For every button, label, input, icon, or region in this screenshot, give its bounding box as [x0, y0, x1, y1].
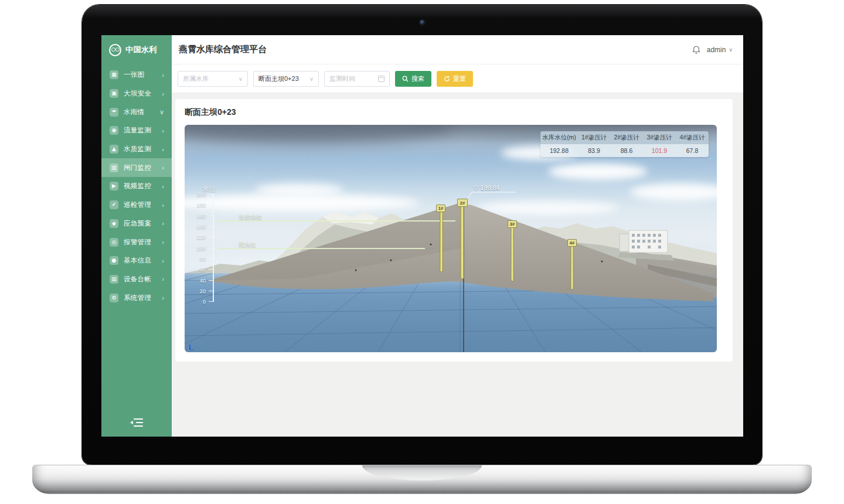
monitor-time-input[interactable]: 监测时间 — [324, 71, 390, 87]
crest-elevation-annotation: ▽ 199.84 — [474, 184, 499, 191]
scene-axis-gizmo — [189, 345, 193, 350]
username: admin — [707, 46, 726, 54]
user-menu[interactable]: admin ∨ — [707, 46, 733, 54]
sidebar-item-system-mgmt[interactable]: ⚙ 系统管理 › — [101, 288, 172, 307]
webcam-dot — [420, 20, 425, 25]
water-quality-icon: ▲ — [110, 145, 118, 154]
table-header-row: 水库水位(m) 1#渗压计 2#渗压计 3#渗压计 4#渗压计 — [540, 131, 709, 144]
notification-bell-icon[interactable] — [692, 45, 701, 55]
panel-title: 断面主坝0+23 — [185, 107, 723, 118]
ledger-icon: ▤ — [110, 275, 118, 284]
sidebar-item-dam-safety[interactable]: ▣ 大坝安全 › — [101, 84, 172, 103]
sidebar-item-flow-monitor[interactable]: ◉ 流量监测 › — [101, 121, 172, 140]
brand-name: 中国水利 — [125, 45, 157, 55]
video-monitor-icon: ▶ — [110, 182, 118, 190]
brand: 中国水利 — [101, 35, 172, 64]
sidebar-item-water-rain[interactable]: ☂ 水雨情 ∨ — [101, 103, 172, 121]
app-window: 中国水利 ▦ 一张图 › ▣ 大坝安全 › ☂ 水雨情 ∨ — [101, 35, 743, 437]
chevron-right-icon: › — [162, 220, 164, 227]
piezometer-3-tag[interactable]: 3# — [508, 220, 517, 228]
reservoir-select[interactable]: 所属水库 ∨ — [178, 71, 248, 87]
dam-3d-viewport[interactable]: 水位 200 180 160 140 120 100 80 60 40 20 0 — [185, 125, 717, 352]
chevron-right-icon: › — [162, 146, 164, 153]
chevron-down-icon: ∨ — [159, 108, 164, 116]
piezometer-4-bar — [571, 247, 573, 289]
one-map-icon: ▦ — [110, 70, 118, 79]
crest-leader-line — [464, 192, 516, 205]
alarm-icon: ◎ — [110, 238, 118, 247]
main-area: 燕霄水库综合管理平台 admin ∨ 所属水库 ∨ 断面主 — [172, 35, 743, 437]
chevron-right-icon: › — [162, 183, 164, 190]
piezometer-1-tag[interactable]: 1# — [436, 205, 445, 212]
piezometer-2-tag[interactable]: 2# — [457, 199, 468, 207]
sidebar-item-basic-info[interactable]: ● 基本信息 › — [101, 251, 172, 270]
alert-value: 101.9 — [643, 144, 676, 157]
chevron-right-icon: › — [162, 257, 164, 264]
building — [618, 230, 675, 261]
laptop-base — [32, 465, 812, 494]
top-header: 燕霄水库综合管理平台 admin ∨ — [172, 35, 743, 64]
dead-level-line — [218, 248, 425, 249]
sidebar-item-alarm-mgmt[interactable]: ◎ 报警管理 › — [101, 233, 172, 251]
current-level-line — [218, 220, 455, 222]
piezometer-readings-table: 水库水位(m) 1#渗压计 2#渗压计 3#渗压计 4#渗压计 192.88 8… — [540, 131, 709, 157]
sidebar-item-equipment-ledger[interactable]: ▤ 设备台帐 › — [101, 270, 172, 289]
page-title: 燕霄水库综合管理平台 — [179, 44, 692, 55]
chevron-down-icon: ∨ — [239, 76, 243, 82]
settings-gear-icon: ⚙ — [110, 294, 118, 302]
water-rain-icon: ☂ — [110, 108, 118, 117]
chevron-right-icon: › — [162, 90, 164, 97]
terrain-layers — [185, 125, 717, 352]
filter-bar: 所属水库 ∨ 断面主坝0+23 ∨ 监测时间 搜索 重置 — [172, 64, 743, 93]
table-value-row: 192.88 83.9 88.6 101.9 67.8 — [540, 144, 709, 157]
search-icon — [402, 76, 409, 82]
sidebar-nav: ▦ 一张图 › ▣ 大坝安全 › ☂ 水雨情 ∨ ◉ 流量监测 › — [101, 66, 172, 307]
search-button[interactable]: 搜索 — [395, 71, 431, 87]
brand-logo-icon — [109, 44, 121, 56]
refresh-icon — [444, 76, 450, 82]
reset-button[interactable]: 重置 — [437, 71, 473, 87]
sidebar-item-video-monitor[interactable]: ▶ 视频监控 › — [101, 177, 172, 196]
chevron-right-icon: › — [162, 275, 164, 282]
piezometer-1-bar — [440, 212, 443, 271]
sidebar-item-water-quality[interactable]: ▲ 水质监测 › — [101, 140, 172, 159]
flow-monitor-icon: ◉ — [110, 126, 118, 135]
info-icon: ● — [110, 256, 118, 265]
calendar-icon — [378, 76, 384, 82]
chevron-right-icon: › — [162, 127, 164, 134]
collapse-sidebar-icon[interactable] — [130, 418, 143, 427]
chevron-right-icon: › — [162, 164, 164, 171]
laptop-screen-bezel: 中国水利 ▦ 一张图 › ▣ 大坝安全 › ☂ 水雨情 ∨ — [82, 5, 762, 465]
piezometer-3-bar — [511, 228, 513, 281]
piezometer-4-tag[interactable]: 4# — [567, 239, 577, 247]
chevron-right-icon: › — [162, 71, 164, 79]
laptop-thumb-notch — [362, 465, 482, 481]
section-select[interactable]: 断面主坝0+23 ∨ — [253, 71, 319, 87]
chevron-down-icon: ∨ — [729, 47, 733, 53]
chevron-down-icon: ∨ — [309, 76, 314, 82]
sidebar: 中国水利 ▦ 一张图 › ▣ 大坝安全 › ☂ 水雨情 ∨ — [101, 35, 172, 437]
chevron-right-icon: › — [162, 202, 164, 209]
chevron-right-icon: › — [162, 294, 164, 301]
section-panel: 断面主坝0+23 — [175, 99, 733, 362]
dam-safety-icon: ▣ — [110, 89, 118, 98]
sidebar-item-inspection[interactable]: ✔ 巡检管理 › — [101, 196, 172, 214]
sidebar-item-emergency-plan[interactable]: ◆ 应急预案 › — [101, 214, 172, 233]
triangle-down-icon: ▽ — [474, 184, 478, 191]
gate-monitor-icon: ▥ — [110, 164, 118, 172]
emergency-plan-icon: ◆ — [110, 219, 118, 228]
sidebar-item-gate-monitor[interactable]: ▥ 闸门监控 › — [101, 158, 172, 177]
chevron-right-icon: › — [162, 239, 164, 246]
sidebar-item-one-map[interactable]: ▦ 一张图 › — [101, 66, 172, 84]
inspection-icon: ✔ — [110, 200, 118, 209]
piezometer-2-bar — [461, 207, 464, 278]
